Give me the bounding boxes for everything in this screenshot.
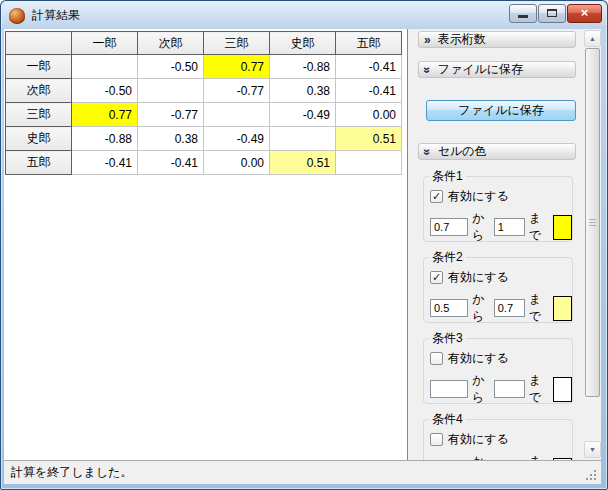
color-swatch[interactable] xyxy=(553,296,572,321)
grid-cell: 0.51 xyxy=(270,151,336,175)
row-header: 一郎 xyxy=(6,55,72,79)
col-header: 史郎 xyxy=(270,32,336,55)
grid-cell: 0.77 xyxy=(204,55,270,79)
from-label: から xyxy=(472,372,490,406)
condition-group: 条件4 有効にする から まで xyxy=(423,419,573,460)
range-to-input[interactable] xyxy=(494,299,525,317)
main-area: 一郎次郎三郎史郎五郎一郎-0.500.77-0.88-0.41次郎-0.50-0… xyxy=(4,29,601,460)
condition-group: 条件1 ✓ 有効にする から まで xyxy=(423,176,573,242)
status-text: 計算を終了しました。 xyxy=(11,465,132,479)
grid-cell: -0.50 xyxy=(138,55,204,79)
condition-list: 条件1 ✓ 有効にする から まで 条件2 ✓ 有効にする から まで 条件3 xyxy=(418,176,584,460)
scroll-down-icon[interactable]: ▼ xyxy=(584,441,601,458)
from-label: から xyxy=(472,210,490,244)
grid-cell: 0.38 xyxy=(138,127,204,151)
section-label: ファイルに保存 xyxy=(438,61,523,78)
resize-grip-icon[interactable] xyxy=(586,478,588,480)
range-to-input[interactable] xyxy=(494,380,525,398)
range-from-input[interactable] xyxy=(430,380,468,398)
condition-group: 条件3 有効にする から まで xyxy=(423,338,573,404)
table-row: 次郎-0.50-0.770.38-0.41 xyxy=(6,79,402,103)
range-from-input[interactable] xyxy=(430,299,468,317)
grid-cell: -0.88 xyxy=(270,55,336,79)
scroll-up-icon[interactable]: ▲ xyxy=(584,30,601,47)
app-window: 計算結果 × 一郎次郎三郎史郎五郎一郎-0.500.77-0.88-0.41次郎… xyxy=(0,0,608,490)
row-header: 三郎 xyxy=(6,103,72,127)
scrollbar-grip-icon xyxy=(589,219,596,227)
grid-cell: 0.00 xyxy=(204,151,270,175)
condition-label: 条件4 xyxy=(429,412,466,426)
grid-cell xyxy=(270,127,336,151)
condition-label: 条件1 xyxy=(429,169,466,183)
grid-cell: 0.51 xyxy=(336,127,402,151)
grid-cell xyxy=(72,55,138,79)
to-label: まで xyxy=(529,372,547,406)
grid-cell: 0.38 xyxy=(270,79,336,103)
grid-cell: -0.41 xyxy=(336,55,402,79)
color-swatch[interactable] xyxy=(553,377,572,402)
result-grid-view: 一郎次郎三郎史郎五郎一郎-0.500.77-0.88-0.41次郎-0.50-0… xyxy=(4,29,408,460)
col-header: 三郎 xyxy=(204,32,270,55)
status-bar: 計算を終了しました。 xyxy=(4,460,601,484)
grid-cell: -0.41 xyxy=(336,79,402,103)
grid-cell: -0.77 xyxy=(138,103,204,127)
enable-checkbox[interactable]: ✓ xyxy=(430,190,443,203)
from-label: から xyxy=(472,291,490,325)
enable-label: 有効にする xyxy=(448,431,509,448)
section-header-save[interactable]: » ファイルに保存 xyxy=(418,61,576,78)
col-header: 一郎 xyxy=(72,32,138,55)
grid-cell: 0.77 xyxy=(72,103,138,127)
section-label: 表示桁数 xyxy=(438,31,486,48)
to-label: まで xyxy=(529,210,547,244)
grid-cell: -0.49 xyxy=(204,127,270,151)
maximize-button[interactable] xyxy=(538,4,566,23)
condition-group: 条件2 ✓ 有効にする から まで xyxy=(423,257,573,323)
table-row: 三郎0.77-0.77-0.490.00 xyxy=(6,103,402,127)
grid-cell: -0.41 xyxy=(72,151,138,175)
corner-cell xyxy=(6,32,72,55)
condition-label: 条件3 xyxy=(429,331,466,345)
grid-cell: -0.50 xyxy=(72,79,138,103)
scrollbar-thumb[interactable] xyxy=(585,48,600,397)
client-area: 一郎次郎三郎史郎五郎一郎-0.500.77-0.88-0.41次郎-0.50-0… xyxy=(4,29,601,484)
row-header: 五郎 xyxy=(6,151,72,175)
col-header: 次郎 xyxy=(138,32,204,55)
grid-cell xyxy=(336,151,402,175)
from-label: から xyxy=(472,453,490,460)
enable-label: 有効にする xyxy=(448,350,509,367)
grid-cell: -0.88 xyxy=(72,127,138,151)
side-panel: » 表示桁数 » ファイルに保存 ファイルに保存 » セルの色 条件1 ✓ 有効… xyxy=(408,29,584,460)
color-swatch[interactable] xyxy=(553,215,572,240)
enable-label: 有効にする xyxy=(448,269,509,286)
vertical-scrollbar[interactable]: ▲ ▼ xyxy=(584,29,601,460)
enable-checkbox[interactable]: ✓ xyxy=(430,271,443,284)
chevron-down-icon: » xyxy=(421,66,433,73)
to-label: まで xyxy=(529,291,547,325)
grid-cell: -0.49 xyxy=(270,103,336,127)
to-label: まで xyxy=(529,453,547,460)
condition-label: 条件2 xyxy=(429,250,466,264)
table-row: 五郎-0.41-0.410.000.51 xyxy=(6,151,402,175)
section-header-cell-color[interactable]: » セルの色 xyxy=(418,143,576,160)
range-from-input[interactable] xyxy=(430,218,468,236)
enable-checkbox[interactable] xyxy=(430,433,443,446)
close-button[interactable]: × xyxy=(567,4,602,23)
section-header-digits[interactable]: » 表示桁数 xyxy=(418,31,576,48)
grid-cell xyxy=(138,79,204,103)
col-header: 五郎 xyxy=(336,32,402,55)
range-to-input[interactable] xyxy=(494,218,525,236)
window-controls: × xyxy=(509,4,602,23)
minimize-button[interactable] xyxy=(509,4,537,23)
save-to-file-button[interactable]: ファイルに保存 xyxy=(426,100,576,121)
grid-cell: -0.41 xyxy=(138,151,204,175)
window-title: 計算結果 xyxy=(32,7,80,24)
enable-label: 有効にする xyxy=(448,188,509,205)
grid-cell: 0.00 xyxy=(336,103,402,127)
row-header: 史郎 xyxy=(6,127,72,151)
chevron-down-icon: » xyxy=(421,148,433,155)
chevron-right-icon: » xyxy=(424,34,431,46)
table-row: 一郎-0.500.77-0.88-0.41 xyxy=(6,55,402,79)
enable-checkbox[interactable] xyxy=(430,352,443,365)
table-row: 史郎-0.880.38-0.490.51 xyxy=(6,127,402,151)
grid-cell xyxy=(204,103,270,127)
